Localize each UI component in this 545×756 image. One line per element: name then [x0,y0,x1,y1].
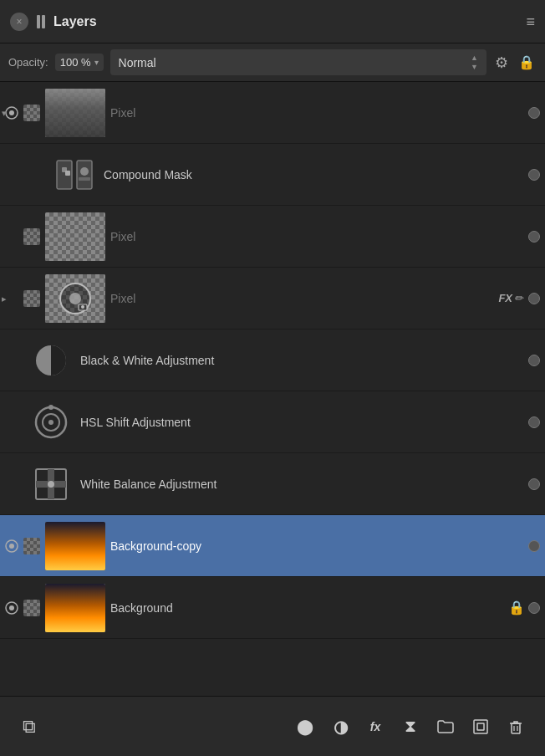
layer-row[interactable]: Background🔒 [0,577,545,639]
layer-row[interactable]: Pixel [0,206,545,268]
settings-button[interactable]: ⚙ [493,52,510,74]
layer-type-icon [23,290,40,307]
svg-rect-24 [474,720,487,733]
visibility-dot[interactable] [528,293,540,304]
menu-button[interactable]: ≡ [526,14,535,29]
layer-name: Black & White Adjustment [80,354,528,367]
pause-button[interactable] [37,15,45,28]
layer-name: White Balance Adjustment [80,478,528,491]
layer-row[interactable]: White Balance Adjustment [0,453,545,515]
layer-thumbnail [45,274,105,323]
title-bar-left: × Layers [10,13,97,31]
layer-thumbnail [50,151,99,199]
layer-name: HSL Shift Adjustment [80,416,528,429]
folder-button[interactable] [430,711,461,743]
blend-mode-arrows: ▲ ▼ [471,54,478,71]
visibility-dot[interactable] [528,355,540,366]
opacity-input[interactable]: 100 % ▾ [55,54,104,71]
layer-type-icon [23,600,40,616]
layer-type-icon [23,105,40,121]
svg-point-15 [48,405,53,410]
layer-name: Pixel [110,230,528,243]
opacity-value: 100 % [60,56,91,69]
add-adjustment-button[interactable]: ◑ [324,711,356,743]
layer-thumbnail [27,398,75,447]
layer-name: Pixel [110,292,498,305]
panel-title: Layers [53,14,97,29]
pause-bar-2 [42,15,45,28]
flatten-button[interactable]: ⧗ [395,711,426,743]
layer-name: Background [110,601,508,615]
close-button[interactable]: × [10,13,28,31]
layer-thumbnail [45,212,105,261]
layer-thumbnail [27,460,75,508]
layer-name: Background-copy [110,539,528,553]
layer-thumbnail [45,89,105,137]
visibility-dot[interactable] [528,107,540,119]
layer-name: Compound Mask [104,168,528,181]
delete-button[interactable] [500,711,532,743]
visibility-toggle[interactable] [0,539,23,554]
lock-indicator: 🔒 [508,600,525,616]
layer-type-icon [23,228,40,245]
layer-row[interactable]: Background-copy [0,515,545,577]
layers-panel: × Layers ≡ Opacity: 100 % ▾ Normal ▲ ▼ ⚙… [0,0,545,756]
bottom-actions-group: ⬤ ◑ fx ⧗ [289,711,532,743]
svg-point-19 [48,481,54,488]
svg-rect-5 [65,171,70,176]
lock-button[interactable]: 🔒 [517,53,537,72]
layer-row[interactable]: HSL Shift Adjustment [0,391,545,453]
title-bar: × Layers ≡ [0,0,545,43]
layer-row[interactable]: Black & White Adjustment [0,329,545,391]
layer-row[interactable]: Pixel▾ [0,82,545,144]
svg-point-23 [9,605,14,610]
transform-button[interactable] [465,711,497,743]
blend-mode-label: Normal [119,56,156,69]
layer-thumbnail [45,522,105,570]
visibility-dot[interactable] [528,416,540,428]
opacity-chevron: ▾ [94,58,99,67]
duplicate-button[interactable]: ⧉ [13,711,45,743]
opacity-label: Opacity: [8,56,48,69]
layer-row[interactable]: PixelFX✏▸ [0,268,545,329]
svg-rect-25 [477,723,484,730]
layer-thumbnail [45,584,105,632]
svg-point-14 [48,420,53,425]
expand-arrow[interactable]: ▸ [2,293,7,304]
blend-mode-select[interactable]: Normal ▲ ▼ [110,49,486,75]
expand-arrow[interactable]: ▾ [2,107,7,118]
visibility-dot[interactable] [528,169,540,181]
controls-bar: Opacity: 100 % ▾ Normal ▲ ▼ ⚙ 🔒 [0,43,545,82]
svg-point-6 [80,167,89,176]
visibility-dot[interactable] [528,540,540,552]
visibility-dot[interactable] [528,231,540,243]
svg-point-1 [9,110,14,115]
add-fx-button[interactable]: fx [359,711,391,743]
fx-badge: FX✏ [498,292,523,304]
layer-name: Pixel [110,106,528,120]
visibility-dot[interactable] [528,478,540,490]
layer-row[interactable]: Compound Mask [0,144,545,206]
pause-bar-1 [37,15,40,28]
layer-type-icon [23,538,40,554]
layers-scroll: Pixel▾ Compound MaskPixelPixelFX✏▸ Black… [0,82,545,696]
bottom-toolbar: ⧉ ⬤ ◑ fx ⧗ [0,696,545,756]
svg-point-21 [9,544,14,549]
visibility-dot[interactable] [528,602,540,614]
visibility-toggle[interactable] [0,600,23,616]
svg-rect-7 [79,177,90,181]
layer-thumbnail [27,336,75,385]
layers-list: Pixel▾ Compound MaskPixelPixelFX✏▸ Black… [0,82,545,696]
svg-rect-26 [512,723,520,733]
svg-point-10 [81,305,84,309]
add-pixel-button[interactable]: ⬤ [289,711,321,743]
